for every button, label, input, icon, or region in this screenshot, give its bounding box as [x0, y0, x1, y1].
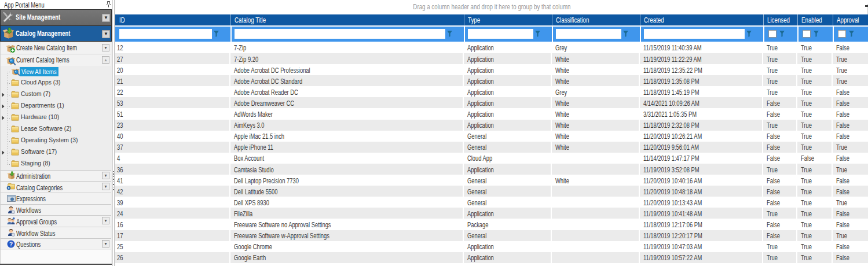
- svg-text:?: ?: [9, 241, 13, 247]
